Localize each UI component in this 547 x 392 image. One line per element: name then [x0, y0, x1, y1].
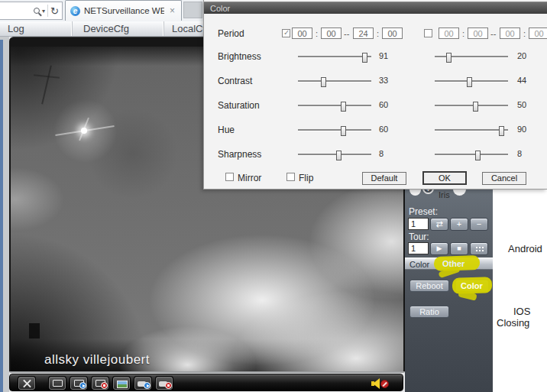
mirror-label: Mirror [238, 173, 261, 183]
address-bar[interactable]: ▾ ↻ [0, 2, 63, 20]
iris-adjust-button[interactable] [453, 190, 466, 196]
time-separator: : [523, 29, 526, 38]
preset-input[interactable]: 1 [408, 218, 429, 230]
slider-thumb[interactable] [321, 77, 326, 87]
period-checkbox-1[interactable] [282, 29, 290, 37]
camera-play-button[interactable] [134, 377, 151, 390]
contrast-slider-right[interactable] [435, 80, 508, 83]
slider-thumb[interactable] [475, 151, 481, 160]
menu-item-log[interactable]: Log [0, 21, 73, 36]
time-field[interactable]: 24 [353, 28, 374, 39]
slider-label: Contrast [218, 76, 252, 86]
tour-stop-button[interactable]: ■ [450, 242, 468, 255]
color-button-label[interactable]: Color [461, 281, 483, 290]
preset-add-button[interactable]: + [450, 218, 468, 231]
time-separator: -- [490, 29, 496, 38]
cancel-button[interactable]: Cancel [482, 172, 526, 185]
hue-slider-right[interactable] [435, 129, 508, 131]
tour-matrix-button[interactable] [470, 242, 488, 255]
sharpness-slider-left[interactable] [298, 154, 371, 156]
slider-thumb[interactable] [499, 126, 504, 136]
tour-input[interactable]: 1 [408, 242, 429, 254]
slider-thumb[interactable] [341, 126, 346, 136]
slider-label: Hue [218, 125, 235, 135]
mirror-checkbox[interactable] [225, 173, 234, 181]
slider-row-brightness: Brightness 91 20 [204, 50, 547, 63]
slider-value: 8 [379, 149, 402, 158]
refresh-icon[interactable]: ↻ [50, 6, 59, 16]
sharpness-slider-right[interactable] [435, 154, 508, 156]
slider-value: 91 [379, 51, 402, 60]
time-field[interactable]: 00 [292, 28, 312, 39]
slider-thumb[interactable] [341, 102, 346, 112]
iris-minus-button[interactable] [409, 190, 421, 196]
slider-row-hue: Hue 60 90 [204, 124, 547, 136]
contrast-slider-left[interactable] [298, 80, 371, 83]
saturation-slider-right[interactable] [435, 105, 508, 107]
ie-icon: e [70, 6, 80, 16]
screen-record-button[interactable] [92, 377, 108, 390]
slider-thumb[interactable] [362, 53, 367, 63]
time-separator: : [462, 29, 464, 38]
screen-icon [53, 380, 63, 387]
time-field[interactable]: 00 [500, 28, 520, 39]
slider-label: Brightness [218, 51, 261, 62]
screen-play-button[interactable] [70, 377, 87, 390]
slider-thumb[interactable] [473, 102, 478, 112]
netsurveillance-window: ▾ ↻ e NETSurveillance WEB × Log DeviceCf… [0, 0, 547, 392]
fullscreen-button[interactable] [18, 377, 35, 390]
slider-value: 44 [517, 76, 540, 85]
time-field[interactable]: 00 [382, 28, 403, 39]
time-field[interactable]: 00 [439, 28, 459, 39]
preset-label: Preset: [409, 206, 438, 217]
new-tab-button[interactable] [183, 2, 202, 18]
slider-thumb[interactable] [446, 53, 452, 63]
time-field[interactable]: 00 [468, 28, 488, 39]
mute-badge-icon [380, 380, 389, 388]
camera-caption: allsky villejoubert [44, 352, 150, 368]
slider-label: Sharpness [218, 149, 261, 160]
browser-tab[interactable]: e NETSurveillance WEB × [65, 0, 182, 21]
tour-label: Tour: [409, 232, 429, 242]
menu-item-devicecfg[interactable]: DeviceCfg [73, 21, 164, 36]
dialog-title[interactable]: Color [204, 2, 547, 14]
tab-color[interactable]: Color [409, 260, 429, 269]
flip-label: Flip [299, 173, 313, 183]
slider-thumb[interactable] [336, 151, 341, 160]
tab-other[interactable]: Other [442, 259, 464, 268]
tour-play-button[interactable]: ▶ [430, 242, 448, 255]
preset-remove-button[interactable]: − [470, 218, 488, 231]
slider-value: 33 [379, 76, 402, 85]
brightness-slider-right[interactable] [435, 56, 508, 58]
ratio-button[interactable]: Ratio [409, 306, 449, 318]
slider-value: 20 [517, 51, 540, 60]
tab-close-icon[interactable]: × [168, 5, 176, 16]
antenna-silhouette [41, 65, 52, 104]
slider-thumb[interactable] [467, 77, 472, 87]
default-button[interactable]: Default [362, 172, 406, 185]
address-separator [47, 5, 48, 17]
mute-button[interactable] [371, 377, 394, 390]
reboot-button[interactable]: Reboot [409, 280, 449, 292]
hue-slider-left[interactable] [298, 129, 371, 131]
snapshot-button[interactable] [113, 377, 130, 390]
brightness-slider-left[interactable] [298, 56, 371, 58]
slider-value: 90 [517, 125, 540, 134]
search-icon[interactable] [34, 8, 40, 14]
single-screen-button[interactable] [49, 377, 66, 390]
time-field[interactable]: 00 [529, 28, 547, 39]
right-panel: Android IOS Closing [493, 190, 547, 392]
saturation-slider-left[interactable] [298, 105, 371, 107]
time-field[interactable]: 00 [321, 28, 341, 39]
ok-button[interactable]: OK [422, 171, 467, 185]
lens-flare [81, 128, 87, 134]
preset-goto-button[interactable]: ⇄ [430, 218, 448, 231]
iris-plus-button[interactable]: + [422, 190, 434, 194]
period-checkbox-2[interactable] [424, 29, 432, 37]
flip-checkbox[interactable] [286, 173, 295, 181]
camera-record-button[interactable] [156, 377, 173, 390]
tab-title: NETSurveillance WEB [84, 6, 164, 15]
iris-label: Iris [439, 190, 450, 199]
stop-icon: ■ [451, 243, 468, 254]
chevron-down-icon[interactable]: ▾ [42, 8, 45, 15]
